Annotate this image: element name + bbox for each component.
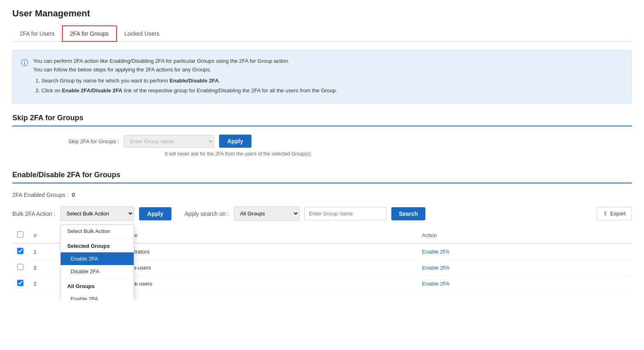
row-checkbox-cell <box>12 243 29 260</box>
tabs-container: 2FA for Users 2FA for Groups Locked User… <box>12 25 632 42</box>
bulk-action-dropdown[interactable]: Select Bulk Action Selected Groups Enabl… <box>60 224 134 300</box>
dropdown-header-selected-groups: Selected Groups <box>61 240 134 252</box>
tab-locked-users[interactable]: Locked Users <box>117 26 167 41</box>
select-all-checkbox[interactable] <box>17 231 23 238</box>
tab-2fa-groups[interactable]: 2FA for Groups <box>62 25 117 42</box>
info-step2: Click on Enable 2FA/Disable 2FA link of … <box>41 87 337 95</box>
row-action[interactable]: Enable 2FA <box>417 276 632 292</box>
enabled-groups-label: 2FA Enabled Groups : <box>12 192 69 198</box>
row-action[interactable]: Enable 2FA <box>417 260 632 276</box>
page-title: User Management <box>12 8 632 19</box>
dropdown-item-select-bulk[interactable]: Select Bulk Action <box>61 225 134 238</box>
dropdown-item-enable-2fa-all[interactable]: Enable 2FA <box>61 293 134 300</box>
skip-2fa-title: Skip 2FA for Groups <box>12 114 632 122</box>
row-checkbox-cell <box>12 276 29 292</box>
action-link-2[interactable]: Enable 2FA <box>422 281 450 287</box>
info-icon: ⓘ <box>21 58 28 97</box>
row-checkbox-1[interactable] <box>17 264 23 270</box>
row-action[interactable]: Enable 2FA <box>417 243 632 260</box>
enabled-groups-stat: 2FA Enabled Groups : 0 <box>12 192 632 198</box>
enabled-groups-value: 0 <box>72 192 75 198</box>
bulk-action-select[interactable]: Select Bulk Action <box>60 206 134 221</box>
skip-2fa-hint: It will never ask for the 2FA from the u… <box>124 151 632 161</box>
dropdown-header-all-groups: All Groups <box>61 280 134 293</box>
col-checkbox <box>12 227 29 243</box>
enable-disable-title: Enable/Disable 2FA for Groups <box>12 171 632 179</box>
dropdown-item-enable-2fa-selected[interactable]: Enable 2FA <box>61 252 134 265</box>
row-checkbox-2[interactable] <box>17 280 23 286</box>
row-group-name: jira-software-users <box>102 260 417 276</box>
export-label: Export <box>610 210 626 217</box>
bulk-action-row: Bulk 2FA Action : Select Bulk Action Sel… <box>12 206 632 221</box>
export-icon: ⇧ <box>603 210 607 217</box>
info-step1: Search Group by name for which you want … <box>41 77 337 85</box>
tab-2fa-users[interactable]: 2FA for Users <box>12 26 62 41</box>
enable-disable-divider <box>12 183 632 183</box>
info-box: ⓘ You can perform 2FA action like Enabli… <box>12 50 632 104</box>
dropdown-item-disable-2fa-selected[interactable]: Disable 2FA <box>61 265 134 278</box>
row-checkbox-cell <box>12 260 29 276</box>
info-line1: You can perform 2FA action like Enabling… <box>33 58 290 64</box>
row-checkbox-0[interactable] <box>17 248 23 254</box>
export-button[interactable]: ⇧ Export <box>597 207 632 220</box>
col-group-name: Group Name <box>102 227 417 243</box>
skip-2fa-form-row: Skip 2FA for Groups : Enter Group name A… <box>12 135 632 148</box>
info-content: You can perform 2FA action like Enabling… <box>33 57 337 97</box>
action-link-1[interactable]: Enable 2FA <box>422 265 450 271</box>
search-group-input[interactable] <box>304 207 386 220</box>
skip-2fa-group-select[interactable]: Enter Group name <box>124 135 214 148</box>
search-apply-label: Apply search on : <box>185 210 229 217</box>
search-group-select[interactable]: All Groups <box>234 206 299 221</box>
search-button[interactable]: Search <box>391 207 425 220</box>
skip-2fa-label: Skip 2FA for Groups : <box>53 138 119 144</box>
bulk-action-label: Bulk 2FA Action : <box>12 210 55 217</box>
col-action: Action <box>417 227 632 243</box>
bulk-apply-button[interactable]: Apply <box>139 207 171 220</box>
bulk-select-container: Select Bulk Action Select Bulk Action Se… <box>60 206 134 221</box>
action-link-0[interactable]: Enable 2FA <box>422 249 450 255</box>
skip-2fa-divider <box>12 126 632 126</box>
info-line2: You can follow the below steps for apply… <box>33 66 211 73</box>
row-group-name: jira-helpdesk-users <box>102 276 417 292</box>
skip-2fa-apply-button[interactable]: Apply <box>219 135 251 148</box>
row-group-name: jira-administrators <box>102 243 417 260</box>
